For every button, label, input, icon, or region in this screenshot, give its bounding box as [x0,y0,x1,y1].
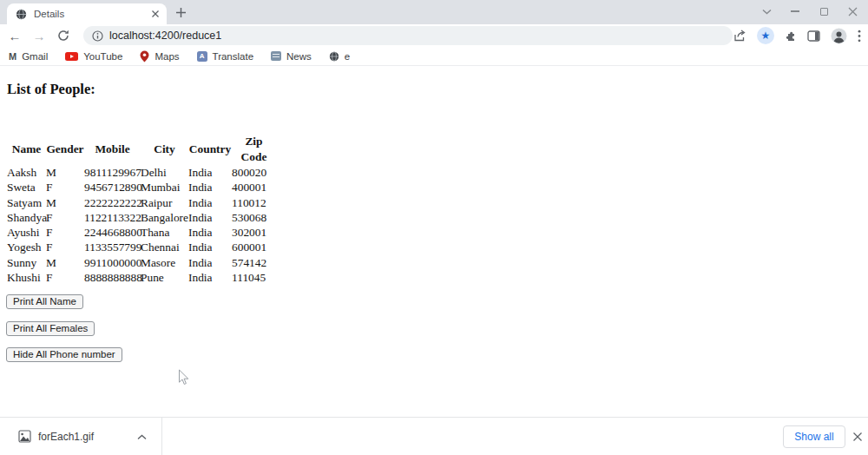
print-all-name-button[interactable]: Print All Name [6,294,83,309]
extensions-puzzle-icon[interactable] [785,30,797,42]
column-header: City [141,134,188,165]
maximize-button[interactable] [819,6,829,16]
close-download-bar-button[interactable] [852,418,863,455]
table-row: SunnyM9911000000MasoreIndia574142 [7,255,276,270]
menu-dots-icon[interactable] [858,30,861,43]
toolbar: ← → localhost:4200/reduce1 ★ [0,24,868,47]
table-row: AyushiF2244668800ThanaIndia302001 [7,225,276,240]
tab-favicon-globe-icon [16,9,27,20]
new-tab-button[interactable] [174,5,188,20]
profile-avatar[interactable] [831,28,847,44]
table-row: KhushiF8888888888PuneIndia111045 [7,270,276,285]
back-button[interactable]: ← [7,29,23,43]
page-title: List of People: [7,81,95,98]
side-panel-icon[interactable] [807,30,820,42]
news-icon [271,51,281,61]
minimize-icon [791,10,799,12]
chevron-up-icon [137,434,147,440]
column-header: Zip Code [232,134,276,165]
download-bar-divider [161,418,162,455]
hide-all-phone-number-button[interactable]: Hide All Phone number [6,347,122,362]
reload-button[interactable] [56,30,71,42]
table-row: AakshM9811129967DelhiIndia800020 [7,165,276,180]
table-header-row: Name Gender Mobile City Country Zip Code [7,134,276,165]
bookmark-star-button[interactable]: ★ [757,27,774,44]
browser-window: Details [0,0,868,455]
globe-icon [329,51,339,62]
gmail-icon: M [9,51,16,62]
close-icon [852,432,863,442]
window-chevron-down-icon[interactable] [761,6,772,16]
share-icon[interactable] [733,30,746,42]
reload-icon [57,30,69,42]
column-header: Name [7,134,46,165]
download-expand-button[interactable] [137,418,147,455]
column-header: Country [188,134,232,165]
maps-pin-icon [140,50,149,63]
show-all-button[interactable]: Show all [783,425,845,448]
bookmark-e[interactable]: e [329,51,350,62]
image-file-icon [18,430,31,443]
print-all-females-button[interactable]: Print All Females [6,321,95,336]
youtube-icon [65,52,78,61]
plus-icon [175,7,187,18]
table-row: ShandyaF1122113322BangaloreIndia530068 [7,210,276,225]
close-window-button[interactable] [847,6,858,16]
toolbar-right-icons: ★ [733,27,861,44]
close-icon [848,7,858,16]
tab-close-icon[interactable] [151,10,160,18]
url-text[interactable]: localhost:4200/reduce1 [109,30,221,42]
column-header: Mobile [84,134,141,165]
forward-button[interactable]: → [31,29,47,43]
window-controls [761,0,861,23]
site-info-icon[interactable] [92,30,103,42]
column-header: Gender [46,134,84,165]
bookmarks-bar: M Gmail YouTube Maps A Translate News [0,47,868,66]
download-bar: forEach1.gif Show all [0,417,868,455]
tab-title: Details [34,9,151,19]
bookmark-translate[interactable]: A Translate [197,51,254,62]
download-filename[interactable]: forEach1.gif [38,418,94,455]
table-row: SatyamM2222222222RaipurIndia110012 [7,195,276,210]
people-table: Name Gender Mobile City Country Zip Code… [7,134,276,285]
translate-icon: A [197,51,207,62]
bookmark-gmail[interactable]: M Gmail [9,51,48,62]
titlebar: Details [0,0,868,24]
browser-tab[interactable]: Details [7,3,167,24]
star-icon: ★ [761,30,771,41]
bookmark-youtube[interactable]: YouTube [65,51,122,62]
bookmark-maps[interactable]: Maps [140,50,179,63]
page-content: List of People: Name Gender Mobile City … [0,66,868,417]
minimize-button[interactable] [790,6,800,16]
address-bar[interactable]: localhost:4200/reduce1 [83,26,733,45]
table-row: SwetaF9456712890MumbaiIndia400001 [7,180,276,195]
bookmark-news[interactable]: News [271,51,312,62]
table-row: YogeshF1133557799ChennaiIndia600001 [7,240,276,254]
maximize-icon [820,8,828,16]
